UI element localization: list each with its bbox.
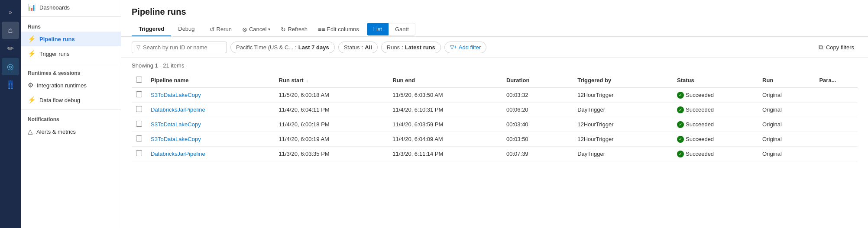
duration-col-header[interactable]: Duration — [502, 73, 573, 88]
sidebar-item-alerts-metrics[interactable]: △ Alerts & metrics — [21, 124, 121, 139]
duration-col-label: Duration — [506, 77, 529, 83]
runs-filter-button[interactable]: Runs : Latest runs — [381, 42, 441, 53]
sidebar-item-integration-runtimes[interactable]: ⚙ Integration runtimes — [21, 78, 121, 93]
pipeline-name-cell-4[interactable]: DatabricksJarPipeline — [146, 147, 275, 161]
run-end-cell-1: 11/4/20, 6:10:31 PM — [388, 103, 502, 117]
alerts-metrics-label: Alerts & metrics — [36, 128, 76, 135]
run-end-col-header[interactable]: Run end — [388, 73, 502, 88]
sidebar-item-pipeline-runs[interactable]: ⚡ Pipeline runs — [21, 32, 121, 46]
list-view-button[interactable]: List — [367, 23, 389, 35]
triggered-by-cell-1: DayTrigger — [573, 103, 673, 117]
runs-filter-value: Latest runs — [405, 44, 435, 51]
debug-tab[interactable]: Debug — [171, 22, 201, 36]
monitor-icon[interactable]: ◎ — [2, 58, 19, 75]
triggered-by-col-label: Triggered by — [577, 77, 611, 83]
status-filter-prefix: Status — [344, 44, 360, 51]
collapse-icon[interactable]: » — [2, 3, 19, 21]
table-header: Pipeline name Run start ↓ Run end Durati… — [132, 73, 858, 88]
table-row: DatabricksJarPipeline 11/3/20, 6:03:35 P… — [132, 147, 858, 161]
triggered-by-cell-0: 12HourTrigger — [573, 88, 673, 103]
manage-icon[interactable]: 👖 — [2, 76, 19, 93]
run-cell-0: Original — [758, 88, 815, 103]
duration-cell-3: 00:03:50 — [502, 132, 573, 147]
time-filter-value: Last 7 days — [298, 44, 329, 51]
add-filter-button[interactable]: ▽+ Add filter — [444, 42, 486, 53]
time-filter-button[interactable]: Pacific Time (US & C... : Last 7 days — [230, 42, 335, 53]
view-toggle: List Gantt — [367, 23, 415, 35]
integration-runtimes-icon: ⚙ — [28, 81, 33, 89]
sidebar-item-data-flow-debug[interactable]: ⚡ Data flow debug — [21, 93, 121, 107]
page-title: Pipeline runs — [132, 7, 858, 17]
run-start-col-header[interactable]: Run start ↓ — [275, 73, 389, 88]
status-cell-4: ✓ Succeeded — [673, 147, 758, 161]
cancel-dropdown-icon[interactable]: ▾ — [268, 27, 270, 32]
notifications-section-header: Notifications — [21, 111, 121, 124]
sidebar: » ⌂ ✏ ◎ 👖 📊 Dashboards Runs ⚡ Pipeline r… — [0, 0, 121, 228]
status-filter-separator: : — [362, 44, 363, 51]
nav-divider-1 — [21, 16, 121, 17]
search-input[interactable] — [143, 44, 221, 51]
triggered-by-cell-3: 12HourTrigger — [573, 132, 673, 147]
run-end-col-label: Run end — [392, 77, 415, 83]
pipeline-name-cell-0[interactable]: S3ToDataLakeCopy — [146, 88, 275, 103]
duration-cell-0: 00:03:32 — [502, 88, 573, 103]
status-dot-2: ✓ — [677, 121, 684, 128]
search-box[interactable]: ▽ — [132, 42, 227, 53]
status-filter-button[interactable]: Status : All — [338, 42, 378, 53]
run-start-col-label: Run start — [279, 77, 304, 83]
status-dot-3: ✓ — [677, 136, 684, 143]
duration-cell-1: 00:06:20 — [502, 103, 573, 117]
run-end-cell-2: 11/4/20, 6:03:59 PM — [388, 117, 502, 132]
status-cell-3: ✓ Succeeded — [673, 132, 758, 147]
row-checkbox-4[interactable] — [136, 150, 142, 156]
status-dot-4: ✓ — [677, 151, 684, 157]
row-checkbox-0[interactable] — [136, 91, 142, 97]
rerun-button[interactable]: ↺ Rerun — [205, 23, 236, 35]
run-col-header[interactable]: Run — [758, 73, 815, 88]
status-col-header[interactable]: Status — [673, 73, 758, 88]
para-col-header[interactable]: Para... — [815, 73, 858, 88]
icon-bar: » ⌂ ✏ ◎ 👖 — [0, 0, 21, 228]
dashboards-icon: 📊 — [28, 3, 36, 11]
runs-section-header: Runs — [21, 19, 121, 32]
triggered-by-cell-2: 12HourTrigger — [573, 117, 673, 132]
row-checkbox-1[interactable] — [136, 106, 142, 112]
row-checkbox-cell — [132, 88, 146, 103]
row-checkbox-2[interactable] — [136, 121, 142, 127]
sidebar-item-trigger-runs[interactable]: ⚡ Trigger runs — [21, 46, 121, 61]
status-dot-1: ✓ — [677, 106, 684, 113]
edit-icon[interactable]: ✏ — [2, 40, 19, 57]
pipeline-name-cell-2[interactable]: S3ToDataLakeCopy — [146, 117, 275, 132]
pipeline-name-cell-3[interactable]: S3ToDataLakeCopy — [146, 132, 275, 147]
copy-filters-button[interactable]: ⧉ Copy filters — [815, 41, 858, 53]
nav-panel: 📊 Dashboards Runs ⚡ Pipeline runs ⚡ Trig… — [21, 0, 121, 228]
duration-cell-2: 00:03:40 — [502, 117, 573, 132]
edit-columns-icon: ≡≡ — [318, 26, 325, 33]
status-label-3: Succeeded — [686, 136, 714, 142]
nav-divider-3 — [21, 109, 121, 109]
runs-filter-separator: : — [402, 44, 403, 51]
tab-actions: ↺ Rerun ⊗ Cancel ▾ ↻ Refresh ≡≡ Edit co — [205, 23, 363, 35]
time-filter-separator: : — [295, 44, 297, 51]
cancel-label: Cancel — [249, 26, 266, 32]
row-checkbox-3[interactable] — [136, 135, 142, 141]
triggered-tab[interactable]: Triggered — [132, 22, 171, 36]
home-icon[interactable]: ⌂ — [2, 22, 19, 39]
triggered-by-col-header[interactable]: Triggered by — [573, 73, 673, 88]
search-filter-icon: ▽ — [136, 44, 140, 50]
status-cell-1: ✓ Succeeded — [673, 103, 758, 117]
pipeline-name-cell-1[interactable]: DatabricksJarPipeline — [146, 103, 275, 117]
pipeline-runs-table: Pipeline name Run start ↓ Run end Durati… — [132, 73, 858, 161]
select-all-checkbox[interactable] — [136, 77, 142, 83]
para-col-label: Para... — [819, 77, 836, 83]
cancel-button[interactable]: ⊗ Cancel ▾ — [238, 23, 275, 35]
run-cell-2: Original — [758, 117, 815, 132]
rerun-icon: ↺ — [210, 26, 215, 33]
gantt-view-button[interactable]: Gantt — [389, 23, 415, 35]
run-end-cell-0: 11/5/20, 6:03:50 AM — [388, 88, 502, 103]
status-label-4: Succeeded — [686, 151, 714, 157]
sidebar-item-dashboards[interactable]: 📊 Dashboards — [21, 0, 121, 15]
refresh-button[interactable]: ↻ Refresh — [276, 23, 312, 35]
pipeline-name-col-header[interactable]: Pipeline name — [146, 73, 275, 88]
edit-columns-button[interactable]: ≡≡ Edit columns — [314, 23, 363, 35]
